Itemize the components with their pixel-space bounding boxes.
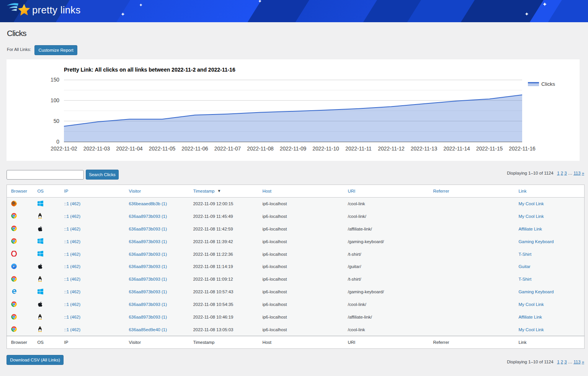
svg-text:2022-11-08: 2022-11-08: [247, 146, 274, 152]
svg-text:Clicks: Clicks: [541, 81, 555, 87]
svg-text:2022-11-05: 2022-11-05: [149, 146, 176, 152]
svg-text:150: 150: [51, 77, 59, 83]
svg-text:2022-11-04: 2022-11-04: [116, 146, 143, 152]
svg-text:0: 0: [56, 139, 59, 145]
svg-text:2022-11-16: 2022-11-16: [509, 146, 536, 152]
svg-text:2022-11-13: 2022-11-13: [411, 146, 438, 152]
svg-text:2022-11-09: 2022-11-09: [280, 146, 307, 152]
svg-text:2022-11-10: 2022-11-10: [312, 146, 339, 152]
svg-text:2022-11-07: 2022-11-07: [214, 146, 241, 152]
svg-text:2022-11-15: 2022-11-15: [476, 146, 503, 152]
svg-text:2022-11-03: 2022-11-03: [83, 146, 110, 152]
svg-text:2022-11-14: 2022-11-14: [443, 146, 470, 152]
svg-text:50: 50: [54, 118, 60, 124]
svg-text:100: 100: [51, 98, 59, 103]
svg-text:2022-11-06: 2022-11-06: [181, 146, 208, 152]
svg-text:2022-11-12: 2022-11-12: [378, 146, 405, 152]
svg-text:2022-11-02: 2022-11-02: [51, 146, 77, 152]
svg-text:Pretty Link: All clicks on all: Pretty Link: All clicks on all links bet…: [64, 67, 235, 73]
svg-text:2022-11-11: 2022-11-11: [345, 146, 372, 152]
